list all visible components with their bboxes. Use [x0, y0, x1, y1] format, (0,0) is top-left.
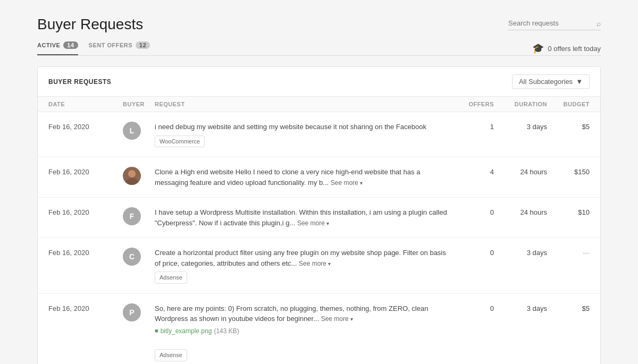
buyer-requests-table: BUYER REQUESTS All Subcategories ▼ DATE … — [37, 66, 601, 364]
tab-sent-offers[interactable]: SENT OFFERS 12 — [89, 41, 150, 55]
col-request: REQUEST — [155, 101, 451, 107]
avatar: L — [123, 122, 155, 140]
row-date: Feb 16, 2020 — [48, 167, 123, 176]
table-title: BUYER REQUESTS — [48, 78, 111, 86]
duration-value: 3 days — [494, 248, 547, 257]
see-more-link[interactable]: See more ▾ — [297, 219, 329, 227]
col-buyer: BUYER — [123, 101, 155, 107]
budget-value: $10 — [547, 207, 590, 216]
offers-left: 🎓 0 offers left today — [532, 43, 601, 54]
col-offers: OFFERS — [451, 101, 494, 107]
duration-value: 3 days — [494, 122, 547, 131]
search-input[interactable] — [508, 19, 593, 27]
avatar: P — [123, 303, 155, 321]
tag-woocommerce[interactable]: WooCommerce — [155, 136, 205, 148]
budget-value: --- — [547, 248, 590, 257]
see-more-link[interactable]: See more ▾ — [321, 315, 353, 323]
tabs-row: ACTIVE 14 SENT OFFERS 12 🎓 0 offers left… — [37, 41, 601, 55]
request-content: Clone a High end website Hello I need to… — [155, 167, 451, 188]
svg-point-1 — [125, 178, 138, 185]
file-name: bitly_example.png — [161, 326, 212, 336]
request-content: Create a horizontal product filter using… — [155, 248, 451, 284]
offers-left-text: 0 offers left today — [548, 45, 601, 53]
tab-divider — [37, 55, 601, 56]
chevron-icon: ▾ — [326, 221, 329, 226]
avatar: C — [123, 248, 155, 266]
request-content: i need debug my website and setting my w… — [155, 122, 451, 147]
request-text: i need debug my website and setting my w… — [155, 123, 426, 131]
offers-value: 4 — [451, 167, 494, 176]
tab-active[interactable]: ACTIVE 14 — [37, 41, 78, 55]
duration-value: 3 days — [494, 303, 547, 312]
tab-sent-offers-badge: 12 — [136, 41, 150, 49]
budget-value: $5 — [547, 122, 590, 131]
column-headers: DATE BUYER REQUEST OFFERS DURATION BUDGE… — [38, 97, 600, 112]
duration-value: 24 hours — [494, 167, 547, 176]
offers-value: 0 — [451, 207, 494, 216]
col-budget: BUDGET — [547, 101, 590, 107]
offers-icon: 🎓 — [532, 43, 544, 54]
budget-value: $150 — [547, 167, 590, 176]
table-row: Feb 16, 2020 L i need debug my website a… — [38, 112, 600, 157]
chevron-down-icon: ▼ — [576, 78, 583, 86]
request-content: So, here are my points: 0) From scratch,… — [155, 303, 451, 361]
search-container: ⌕ — [508, 19, 601, 30]
row-date: Feb 16, 2020 — [48, 303, 123, 312]
request-content: I have setup a Wordpress Multisite insta… — [155, 207, 451, 228]
tag-adsense[interactable]: Adsense — [155, 272, 187, 284]
row-date: Feb 16, 2020 — [48, 248, 123, 257]
file-icon: ■ — [155, 326, 158, 335]
table-row: Feb 16, 2020 Clone a High end website He… — [38, 157, 600, 198]
request-text: Clone a High end website Hello I need to… — [155, 168, 420, 187]
see-more-link[interactable]: See more ▾ — [299, 260, 331, 267]
row-date: Feb 16, 2020 — [48, 122, 123, 131]
page-title: Buyer Requests — [37, 16, 143, 33]
offers-value: 1 — [451, 122, 494, 131]
tab-active-badge: 14 — [63, 41, 78, 49]
avatar: F — [123, 207, 155, 225]
request-text: So, here are my points: 0) From scratch,… — [155, 304, 428, 323]
tabs-left: ACTIVE 14 SENT OFFERS 12 — [37, 41, 150, 55]
table-row: Feb 16, 2020 F I have setup a Wordpress … — [38, 198, 600, 238]
chevron-icon: ▾ — [360, 180, 363, 186]
tab-sent-offers-label: SENT OFFERS — [89, 42, 133, 48]
subcategory-label: All Subcategories — [519, 78, 573, 86]
offers-value: 0 — [451, 248, 494, 257]
budget-value: $5 — [547, 303, 590, 312]
avatar — [123, 167, 155, 185]
tab-active-label: ACTIVE — [37, 42, 60, 48]
svg-point-0 — [128, 170, 136, 177]
offers-value: 0 — [451, 303, 494, 312]
col-duration: DURATION — [494, 101, 547, 107]
chevron-icon: ▾ — [350, 316, 353, 322]
table-row: Feb 16, 2020 C Create a horizontal produ… — [38, 238, 600, 294]
tag-adsense[interactable]: Adsense — [155, 349, 187, 361]
table-header: BUYER REQUESTS All Subcategories ▼ — [38, 67, 600, 97]
col-date: DATE — [48, 101, 123, 107]
table-row: Feb 16, 2020 P So, here are my points: 0… — [38, 294, 600, 365]
buyer-photo — [123, 167, 141, 185]
chevron-icon: ▾ — [328, 261, 331, 267]
row-date: Feb 16, 2020 — [48, 207, 123, 216]
file-size: (143 KB) — [214, 326, 239, 336]
see-more-link[interactable]: See more ▾ — [331, 179, 363, 187]
search-icon: ⌕ — [597, 19, 601, 28]
subcategory-dropdown[interactable]: All Subcategories ▼ — [512, 74, 590, 89]
duration-value: 24 hours — [494, 207, 547, 216]
file-attachment-link[interactable]: ■ bitly_example.png (143 KB) — [155, 326, 451, 336]
